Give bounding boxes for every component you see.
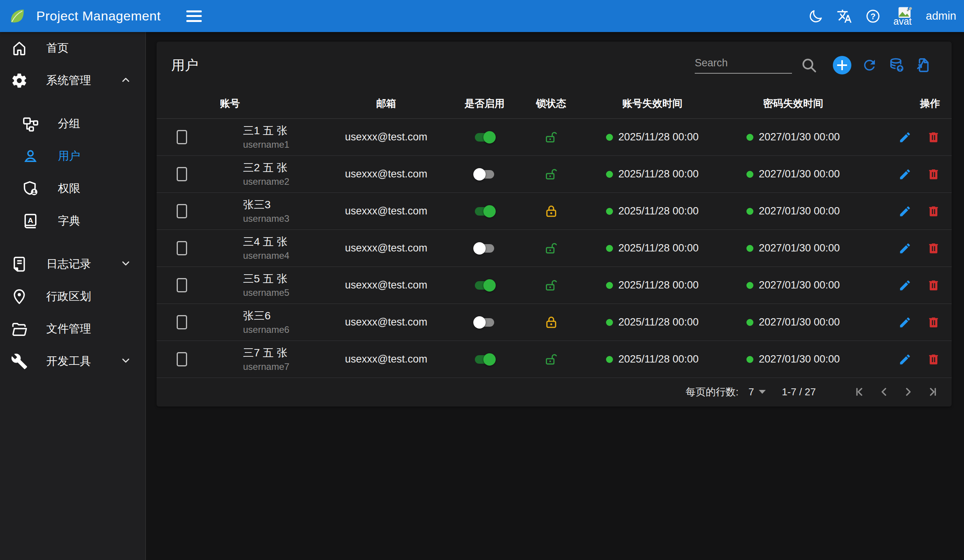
edit-button[interactable]	[898, 316, 912, 329]
table-row: 张三3 username3 usexxx@test.com	[157, 193, 952, 230]
help-icon[interactable]: ?	[865, 8, 881, 24]
password-expiry: 2027/01/30 00:00	[759, 279, 840, 291]
add-user-button[interactable]	[833, 56, 851, 74]
delete-button[interactable]	[927, 131, 940, 144]
status-dot	[606, 134, 613, 141]
header-password-expiry[interactable]: 密码失效时间	[733, 97, 853, 110]
row-checkbox[interactable]	[177, 278, 187, 292]
header-account[interactable]: 账号	[207, 97, 334, 110]
table-row: 三2 五 张 username2 usexxx@test.com	[157, 156, 952, 193]
edit-pencil-icon	[898, 242, 912, 255]
lock-open-icon	[544, 241, 558, 255]
prev-page-button[interactable]	[878, 385, 891, 398]
edit-button[interactable]	[898, 242, 912, 255]
delete-button[interactable]	[927, 279, 940, 292]
password-expiry: 2027/01/30 00:00	[759, 131, 840, 143]
sidebar-subgroup-system: 分组 用户	[0, 108, 145, 237]
account-username: username4	[243, 250, 289, 261]
row-checkbox[interactable]	[177, 130, 187, 144]
topbar-right: ? avat admin	[808, 5, 964, 27]
sidebar-item-files[interactable]: 文件管理	[0, 313, 145, 345]
sidebar-item-logs[interactable]: 日志记录	[0, 248, 145, 280]
account-username: username1	[243, 139, 289, 150]
row-checkbox[interactable]	[177, 352, 187, 366]
delete-trash-icon	[927, 205, 940, 218]
toggle-thumb	[473, 168, 486, 180]
sidebar-item-dictionary[interactable]: A 字典	[0, 205, 145, 237]
search-icon[interactable]	[800, 57, 817, 74]
header-enabled[interactable]: 是否启用	[438, 97, 531, 110]
edit-pencil-icon	[898, 279, 912, 292]
search-input[interactable]	[695, 57, 792, 69]
next-page-icon	[902, 385, 915, 398]
sidebar-item-label: 文件管理	[46, 321, 91, 337]
table-row: 三7 五 张 username7 usexxx@test.com	[157, 341, 952, 378]
edit-pencil-icon	[898, 205, 912, 218]
edit-button[interactable]	[898, 353, 912, 366]
header-account-expiry[interactable]: 账号失效时间	[571, 97, 733, 110]
delete-trash-icon	[927, 353, 940, 366]
enabled-toggle[interactable]	[473, 316, 496, 329]
sidebar-item-permissions[interactable]: 权限	[0, 172, 145, 205]
file-export-icon[interactable]	[915, 56, 932, 74]
edit-button[interactable]	[898, 205, 912, 218]
sidebar-item-devtools[interactable]: 开发工具	[0, 345, 145, 378]
card-header: 用户	[157, 42, 952, 89]
delete-button[interactable]	[927, 205, 940, 218]
sidebar-item-label: 行政区划	[46, 289, 91, 304]
edit-button[interactable]	[898, 131, 912, 144]
account-username: username7	[243, 361, 289, 373]
account-cell: 三7 五 张 username7	[243, 346, 289, 373]
rows-per-page-select[interactable]: 7	[748, 386, 765, 398]
sidebar-item-users[interactable]: 用户	[0, 140, 145, 172]
edit-button[interactable]	[898, 168, 912, 181]
refresh-icon[interactable]	[861, 56, 878, 74]
last-page-button[interactable]	[925, 385, 939, 398]
sidebar-item-label: 系统管理	[46, 73, 91, 88]
enabled-toggle[interactable]	[473, 279, 496, 292]
sidebar-item-label: 用户	[58, 148, 80, 164]
row-checkbox[interactable]	[177, 241, 187, 255]
status-dot	[606, 171, 613, 178]
row-checkbox[interactable]	[177, 167, 187, 181]
delete-button[interactable]	[927, 316, 940, 329]
avatar[interactable]: avat	[893, 5, 916, 27]
app-logo-leaf-icon	[7, 6, 27, 26]
dark-mode-moon-icon[interactable]	[808, 8, 824, 24]
table-body: 三1 五 张 username1 usexxx@test.com	[157, 119, 952, 378]
enabled-toggle[interactable]	[473, 131, 496, 144]
status-dot	[746, 134, 753, 141]
row-checkbox[interactable]	[177, 315, 187, 329]
next-page-button[interactable]	[902, 385, 915, 398]
delete-button[interactable]	[927, 353, 940, 366]
database-upload-icon[interactable]	[888, 56, 905, 74]
edit-pencil-icon	[898, 316, 912, 329]
header-lock[interactable]: 锁状态	[531, 97, 571, 110]
delete-button[interactable]	[927, 242, 940, 255]
email-cell: usexxx@test.com	[334, 316, 438, 328]
row-checkbox[interactable]	[177, 204, 187, 218]
lock-status-icon	[544, 241, 559, 256]
sidebar-item-system[interactable]: 系统管理	[0, 64, 145, 97]
enabled-toggle[interactable]	[473, 205, 496, 218]
menu-icon[interactable]	[186, 10, 202, 22]
enabled-toggle[interactable]	[473, 242, 496, 255]
edit-button[interactable]	[898, 279, 912, 292]
enabled-toggle[interactable]	[473, 168, 496, 181]
gear-icon	[10, 72, 28, 89]
first-page-button[interactable]	[854, 385, 867, 398]
header-email[interactable]: 邮箱	[334, 97, 438, 110]
delete-button[interactable]	[927, 168, 940, 181]
enabled-toggle[interactable]	[473, 353, 496, 366]
last-page-icon	[925, 385, 939, 398]
sidebar-item-regions[interactable]: 行政区划	[0, 280, 145, 313]
email-cell: usexxx@test.com	[334, 168, 438, 180]
email-cell: usexxx@test.com	[334, 131, 438, 143]
translate-icon[interactable]	[836, 8, 853, 24]
app-window: Project Management ?	[0, 0, 964, 560]
sidebar-item-groups[interactable]: 分组	[0, 108, 145, 140]
sidebar-item-home[interactable]: 首页	[0, 32, 145, 64]
lock-status-icon	[544, 204, 559, 219]
account-cell: 张三6 username6	[243, 309, 289, 336]
password-expiry: 2027/01/30 00:00	[759, 353, 840, 365]
